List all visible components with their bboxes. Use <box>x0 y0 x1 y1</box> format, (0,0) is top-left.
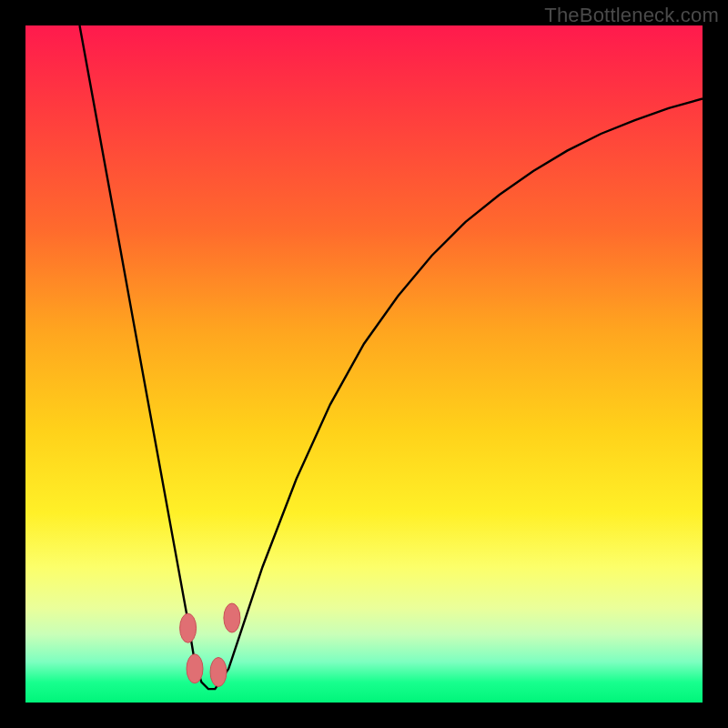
dip-marker-left <box>180 613 197 642</box>
chart-plot-area <box>25 25 703 703</box>
chart-svg <box>25 25 703 703</box>
dip-marker-bottom-l <box>187 654 203 683</box>
dip-marker-right <box>224 603 240 632</box>
bottleneck-curve-path <box>80 25 703 689</box>
watermark-text: TheBottleneck.com <box>544 4 719 27</box>
dip-marker-bottom-r <box>210 658 227 687</box>
dip-markers-group <box>180 603 240 687</box>
